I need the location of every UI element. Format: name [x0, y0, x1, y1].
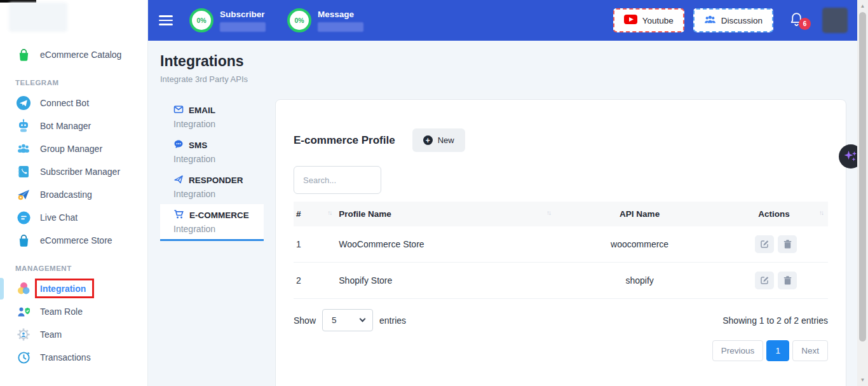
scroll-down-icon[interactable]: ▼: [857, 377, 868, 383]
redacted-subscriber-value: [220, 22, 266, 32]
subnav-item-title: E-COMMERCE: [189, 210, 249, 220]
profile-name-cell: Shopify Store: [336, 263, 555, 299]
hamburger-menu-icon[interactable]: [159, 13, 173, 28]
sidebar-item-label: Team: [40, 329, 62, 340]
sparkles-icon: [843, 149, 858, 164]
sort-icon: ↑↓: [819, 209, 823, 216]
panel-title: E-commerce Profile: [294, 134, 395, 147]
next-page-button[interactable]: Next: [792, 340, 828, 361]
api-name-cell: woocommerce: [555, 226, 726, 263]
sidebar-section-telegram: TELEGRAM: [0, 74, 147, 92]
subnav-item-email[interactable]: EMAIL Integration: [160, 99, 264, 134]
sidebar-item-subscriber-manager[interactable]: Subscriber Manager: [0, 160, 147, 183]
sort-icon: ↑↓: [327, 209, 331, 216]
sidebar-item-connect-bot[interactable]: Connect Bot: [0, 92, 147, 114]
edit-button[interactable]: [755, 272, 774, 289]
sidebar: eCommerce Catalog TELEGRAM Connect Bot B…: [0, 0, 148, 386]
table-header-row: ↑↓# ↑↓Profile Name API Name ↑↓Actions: [294, 202, 828, 226]
youtube-icon: [624, 15, 637, 26]
sidebar-item-label: eCommerce Catalog: [40, 50, 121, 60]
column-header-actions[interactable]: ↑↓Actions: [726, 202, 828, 226]
sidebar-section-management: MANAGEMENT: [0, 259, 147, 277]
subnav-item-subtitle: Integration: [173, 189, 259, 199]
sidebar-item-label: Broadcasting: [40, 190, 92, 200]
sort-icon: ↑↓: [546, 209, 550, 216]
user-avatar[interactable]: [822, 8, 848, 33]
column-header-profile-name[interactable]: ↑↓Profile Name: [336, 202, 555, 226]
trash-icon: [783, 239, 792, 249]
delete-button[interactable]: [778, 235, 797, 253]
sidebar-item-label: Subscriber Manager: [40, 167, 120, 177]
row-number: 1: [294, 226, 336, 263]
subscriber-stat: 0% Subscriber: [189, 8, 266, 32]
notification-count-badge: 6: [799, 18, 811, 30]
telegram-icon: [15, 95, 32, 111]
edit-icon: [759, 275, 770, 286]
table-row: 1 WooCommerce Store woocommerce: [294, 226, 828, 263]
pagination: Previous 1 Next: [294, 340, 828, 361]
scrollbar-thumb[interactable]: [859, 12, 866, 341]
page-title: Integrations: [160, 53, 857, 70]
page-1-button[interactable]: 1: [766, 340, 789, 361]
sidebar-item-live-chat[interactable]: Live Chat: [0, 206, 147, 229]
previous-page-button[interactable]: Previous: [712, 340, 764, 361]
notifications-button[interactable]: 6: [789, 11, 804, 30]
discussion-button[interactable]: Discussion: [693, 8, 773, 32]
delete-button[interactable]: [778, 272, 797, 289]
api-name-cell: shopify: [555, 263, 726, 299]
sidebar-item-label: Transactions: [40, 352, 91, 362]
header-actions: Youtube Discussion 6: [613, 8, 848, 33]
search-input[interactable]: [294, 166, 381, 194]
redacted-message-value: [318, 22, 363, 32]
sidebar-item-integration[interactable]: Integration: [0, 277, 147, 300]
youtube-button[interactable]: Youtube: [613, 8, 684, 32]
message-stat: 0% Message: [287, 8, 363, 32]
user-gear-icon: [15, 326, 32, 343]
sidebar-item-label: Bot Manager: [40, 121, 91, 131]
subscriber-stat-label: Subscriber: [220, 10, 266, 19]
sidebar-item-team[interactable]: Team: [0, 323, 147, 346]
profile-name-cell: WooCommerce Store: [336, 226, 555, 263]
show-label: Show: [294, 315, 316, 326]
subnav-item-ecommerce[interactable]: E-COMMERCE Integration: [160, 204, 264, 241]
sidebar-item-ecommerce-store[interactable]: eCommerce Store: [0, 229, 147, 252]
scroll-up-icon[interactable]: ▲: [857, 3, 868, 9]
user-shield-icon: [15, 303, 32, 320]
shopping-bag-blue-icon: [15, 232, 32, 249]
youtube-button-label: Youtube: [642, 16, 674, 25]
edit-button[interactable]: [755, 235, 774, 253]
sidebar-item-label: Group Manager: [40, 144, 102, 154]
table-summary: Showing 1 to 2 of 2 entries: [722, 315, 828, 326]
sidebar-item-team-role[interactable]: Team Role: [0, 300, 147, 323]
new-button-label: New: [438, 135, 454, 145]
sidebar-item-bot-manager[interactable]: Bot Manager: [0, 114, 147, 137]
table-row: 2 Shopify Store shopify: [294, 263, 828, 299]
subnav-item-responder[interactable]: RESPONDER Integration: [160, 169, 264, 204]
users-group-icon: [15, 141, 32, 157]
subnav-item-title: EMAIL: [189, 106, 215, 115]
sidebar-item-transactions[interactable]: Transactions: [0, 346, 147, 369]
chat-bubble-icon: [15, 209, 32, 226]
clock-history-icon: [15, 349, 32, 366]
entries-label: entries: [379, 315, 406, 326]
page-size-select[interactable]: 5: [322, 309, 373, 331]
page-subtitle: Integrate 3rd Party APIs: [160, 74, 857, 84]
sidebar-item-group-manager[interactable]: Group Manager: [0, 137, 147, 160]
active-indicator: [0, 278, 4, 300]
column-header-num[interactable]: ↑↓#: [294, 202, 336, 226]
column-header-api-name[interactable]: API Name: [555, 202, 726, 226]
robot-icon: [15, 118, 32, 134]
subnav-item-title: SMS: [189, 141, 207, 150]
sidebar-item-label: eCommerce Store: [40, 235, 112, 245]
subnav-item-subtitle: Integration: [173, 119, 259, 129]
sidebar-item-broadcasting[interactable]: Broadcasting: [0, 183, 147, 206]
new-profile-button[interactable]: + New: [412, 128, 465, 152]
sidebar-item-ecommerce-catalog[interactable]: eCommerce Catalog: [0, 43, 147, 66]
scrollbar[interactable]: ▲ ▼: [857, 0, 868, 386]
subnav-item-subtitle: Integration: [173, 224, 259, 234]
paper-plane-badge-icon: [15, 186, 32, 203]
top-header: 0% Subscriber 0% Message Youtube Discuss…: [148, 0, 868, 41]
message-stat-label: Message: [318, 10, 363, 19]
message-progress-ring: 0%: [287, 8, 311, 32]
subnav-item-sms[interactable]: SMS Integration: [160, 134, 264, 169]
